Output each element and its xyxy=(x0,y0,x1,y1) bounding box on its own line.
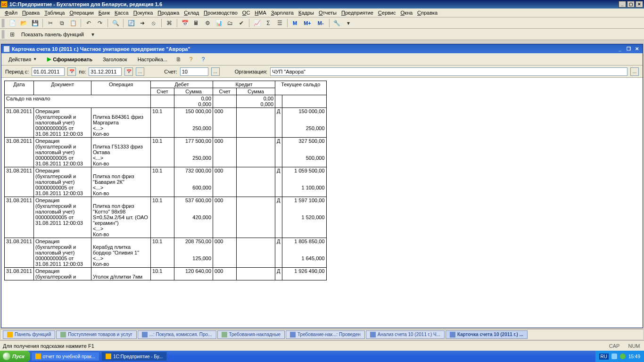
calc-icon[interactable]: 🖩 xyxy=(191,18,201,28)
child-restore-button[interactable]: ❐ xyxy=(625,46,632,52)
menu-item[interactable]: НМА xyxy=(253,9,268,16)
mdi-tab[interactable]: Поступления товаров и услуг xyxy=(56,330,136,339)
account-ellipsis-button[interactable]: … xyxy=(211,67,220,76)
tray-clock[interactable]: 15:49 xyxy=(628,354,640,359)
memory-m-button[interactable]: M xyxy=(290,19,300,27)
tray-icon[interactable] xyxy=(611,354,617,359)
find-icon[interactable]: 🔍 xyxy=(110,18,121,28)
table-row[interactable]: 31.08.2011Операция (бухгалтерский и нало… xyxy=(5,197,327,238)
calendar-icon[interactable]: 📅 xyxy=(180,18,190,28)
mdi-tab[interactable]: Карточка счета 10 (2011 г.) ... xyxy=(446,330,528,339)
paste-icon[interactable]: 📋 xyxy=(68,18,78,28)
copy-icon[interactable]: ⧉ xyxy=(57,18,67,28)
menu-item[interactable]: Справка xyxy=(415,9,439,16)
date-from-input[interactable] xyxy=(32,67,65,76)
memory-mminus-button[interactable]: M- xyxy=(315,19,327,27)
menu-item[interactable]: Производство xyxy=(202,9,239,16)
help-about-icon[interactable]: ? xyxy=(186,55,196,64)
menu-item[interactable]: Склад xyxy=(182,9,201,16)
wrench-icon[interactable]: 🔧 xyxy=(332,18,342,28)
tab-icon xyxy=(450,332,455,337)
account-input[interactable] xyxy=(180,67,208,76)
sum-icon[interactable]: Σ xyxy=(263,18,273,28)
task-icon[interactable]: ✔ xyxy=(236,18,247,28)
report-area[interactable]: Дата Документ Операция Дебет Кредит Теку… xyxy=(1,78,643,328)
child-close-button[interactable]: ✕ xyxy=(633,46,641,52)
table-row[interactable]: 31.08.2011Операция (бухгалтерский и нало… xyxy=(5,108,327,138)
panel-functions-icon[interactable]: ⊞ xyxy=(7,30,17,39)
org-ellipsis-button[interactable]: … xyxy=(630,67,639,76)
close-button[interactable]: ✕ xyxy=(636,1,643,8)
mdi-tab[interactable]: Панель функций xyxy=(3,330,55,339)
actions-dropdown[interactable]: Действия ▼ xyxy=(4,55,41,64)
open-icon[interactable]: 📂 xyxy=(18,18,29,28)
period-ellipsis-button[interactable]: … xyxy=(136,67,144,76)
taskbar-item[interactable]: отчет по учебной прак... xyxy=(31,352,100,361)
menu-item[interactable]: Кадры xyxy=(297,9,316,16)
report-params-icon[interactable]: 🗎 xyxy=(173,55,184,64)
child-minimize-button[interactable]: _ xyxy=(616,46,624,52)
form-button[interactable]: ▶ Сформировать xyxy=(43,55,97,64)
date-to-input[interactable] xyxy=(89,67,122,76)
panel-functions-button[interactable]: Показать панель функций xyxy=(18,31,87,38)
chevron-down-icon[interactable]: ▾ xyxy=(88,30,98,39)
undo-icon[interactable]: ↶ xyxy=(83,18,94,28)
menu-item[interactable]: Покупка xyxy=(132,9,155,16)
redo-icon[interactable]: ↷ xyxy=(95,18,105,28)
tray-icon[interactable] xyxy=(620,354,626,359)
menu-item[interactable]: Окна xyxy=(399,9,415,16)
org-input[interactable] xyxy=(270,67,627,76)
menu-item[interactable]: Касса xyxy=(113,9,131,16)
new-icon[interactable]: 📄 xyxy=(7,18,17,28)
menu-item[interactable]: Банк xyxy=(97,9,112,16)
menu-item[interactable]: Операции xyxy=(67,9,95,16)
stop-icon[interactable]: ⦸ xyxy=(149,18,159,28)
maximize-button[interactable]: ▢ xyxy=(627,1,635,8)
cell-debit-acc: 10.1 xyxy=(151,197,174,238)
minimize-button[interactable]: _ xyxy=(619,1,626,8)
cards-icon[interactable]: 🗂 xyxy=(225,18,235,28)
chart-icon[interactable]: 📈 xyxy=(252,18,262,28)
save-icon[interactable]: 💾 xyxy=(30,18,40,28)
mdi-tab[interactable]: Требование-нак...: Проведен xyxy=(286,330,365,339)
report-icon[interactable]: 📊 xyxy=(214,18,224,28)
table-row[interactable]: 31.08.2011Операция (бухгалтерский и нало… xyxy=(5,167,327,197)
menu-item[interactable]: ОС xyxy=(240,9,252,16)
menu-item[interactable]: Зарплата xyxy=(269,9,296,16)
toolbar-grip[interactable] xyxy=(2,19,4,27)
toolbar-grip[interactable] xyxy=(2,30,4,39)
help-icon[interactable]: ? xyxy=(198,55,208,64)
menu-item[interactable]: Сервис xyxy=(376,9,398,16)
mdi-tab[interactable]: Требования-накладные xyxy=(217,330,285,339)
tray-lang[interactable]: RU xyxy=(599,354,609,360)
go-icon[interactable]: ➜ xyxy=(137,18,148,28)
table-row[interactable]: 31.08.2011Операция (бухгалтерский и нало… xyxy=(5,238,327,268)
menu-item[interactable]: Таблица xyxy=(42,9,66,16)
header-button[interactable]: Заголовок xyxy=(99,55,132,64)
menu-item[interactable]: Продажа xyxy=(156,9,181,16)
cell-debit-sum: 120 640,00 xyxy=(174,268,213,280)
table-row[interactable]: 31.08.2011Операция (бухгалтерский и нало… xyxy=(5,138,327,167)
memory-mplus-button[interactable]: M+ xyxy=(301,19,314,27)
mdi-tab[interactable]: ...: Покупка, комиссия. Про... xyxy=(138,330,216,339)
start-button[interactable]: Пуск xyxy=(0,351,30,362)
date-to-picker-button[interactable]: 📅 xyxy=(124,67,133,76)
list-icon[interactable]: ☰ xyxy=(274,18,285,28)
cell-debit-sum: 732 000,00600,000 xyxy=(174,167,213,197)
cell-date: 31.08.2011 xyxy=(5,167,34,197)
script-icon[interactable]: ⌘ xyxy=(164,18,174,28)
settings-button[interactable]: Настройка... xyxy=(133,55,172,64)
menu-item[interactable]: Отчеты xyxy=(317,9,339,16)
menu-item[interactable]: Файл xyxy=(3,9,19,16)
taskbar-item[interactable]: 1С:Предприятие - Бу... xyxy=(101,352,167,361)
tab-icon xyxy=(290,332,296,337)
chevron-down-icon[interactable]: ▾ xyxy=(343,18,354,28)
cut-icon[interactable]: ✂ xyxy=(45,18,56,28)
mdi-tab[interactable]: Анализ счета 10 (2011 г.) Ч... xyxy=(366,330,445,339)
table-row[interactable]: 31.08.2011Операция (бухгалтерский иУголо… xyxy=(5,268,327,280)
props-icon[interactable]: ⚙ xyxy=(202,18,213,28)
menu-item[interactable]: Предприятие xyxy=(339,9,375,16)
menu-item[interactable]: Правка xyxy=(20,9,41,16)
date-from-picker-button[interactable]: 📅 xyxy=(67,67,76,76)
refresh-icon[interactable]: 🔄 xyxy=(126,18,136,28)
